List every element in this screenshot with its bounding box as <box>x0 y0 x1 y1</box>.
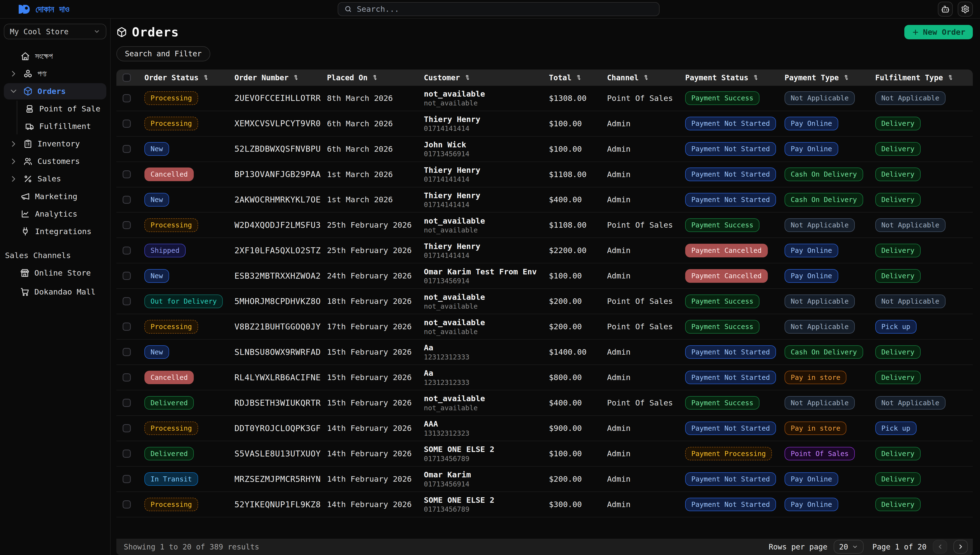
column-header-payment-status[interactable]: Payment Status <box>678 69 777 86</box>
customer-phone: not_available <box>424 404 478 411</box>
sidebar-item-সংক্ষেপ[interactable]: সংক্ষেপ <box>4 48 107 64</box>
global-search-input[interactable]: Search... <box>338 2 660 16</box>
sidebar-item-label: Sales <box>38 174 61 183</box>
placed-on-date: 14th February 2026 <box>320 492 416 517</box>
order-total: $300.00 <box>542 492 600 517</box>
payment-status-badge: Payment Not Started <box>685 498 776 511</box>
table-row[interactable]: Processing 52YIKEQNUP1FL9KZ8 14th Februa… <box>117 492 973 517</box>
table-row[interactable]: Shipped 2XF10LFA5QXLO2STZ 25th February … <box>117 238 973 263</box>
app-logo[interactable]: দোকান দাও <box>19 4 69 14</box>
assistant-button[interactable] <box>938 2 953 17</box>
row-checkbox[interactable] <box>123 373 131 382</box>
fulfilment-type-badge: Delivery <box>875 193 921 206</box>
order-channel: Point Of Sales <box>600 213 678 237</box>
sidebar-item-integrations[interactable]: Integrations <box>4 223 107 240</box>
robot-icon <box>941 5 950 14</box>
customer-name: not_available <box>424 293 485 302</box>
column-header-order-number[interactable]: Order Number <box>227 69 320 86</box>
row-checkbox[interactable] <box>123 247 131 255</box>
sidebar-item-পণ্য[interactable]: পণ্য <box>4 66 107 82</box>
column-header-customer[interactable]: Customer <box>416 69 542 86</box>
column-header-channel[interactable]: Channel <box>600 69 678 86</box>
row-checkbox[interactable] <box>123 475 131 483</box>
column-header-fulfilment-type[interactable]: Fulfilment Type <box>868 69 973 86</box>
row-checkbox[interactable] <box>123 196 131 204</box>
row-checkbox[interactable] <box>123 399 131 407</box>
sidebar-item-customers[interactable]: Customers <box>4 153 107 169</box>
sidebar-item-analytics[interactable]: Analytics <box>4 206 107 222</box>
pos-icon <box>25 104 34 114</box>
placed-on-date: 25th February 2026 <box>320 238 416 263</box>
order-total: $200.00 <box>542 467 600 491</box>
table-row[interactable]: Delivered S5VASLE8U13UTXUOY 14th Februar… <box>117 441 973 467</box>
sidebar-item-fulfillment[interactable]: Fulfillment <box>22 118 106 135</box>
settings-button[interactable] <box>958 2 973 17</box>
table-row[interactable]: New SLNBSU8OWX9RWRFAD 15th February 2026… <box>117 340 973 365</box>
placed-on-date: 1st March 2026 <box>320 162 416 187</box>
table-row[interactable]: Cancelled BP13OVANFJGB29PAA 1st March 20… <box>117 162 973 188</box>
customer-phone: 01714141414 <box>424 252 469 259</box>
row-checkbox[interactable] <box>123 170 131 178</box>
row-checkbox[interactable] <box>123 500 131 508</box>
row-checkbox[interactable] <box>123 145 131 153</box>
sort-icon <box>293 74 300 81</box>
table-row[interactable]: New 2AKWOCRHMRKYKL7OE 1st March 2026 Thi… <box>117 188 973 213</box>
row-checkbox[interactable] <box>123 297 131 305</box>
customer-phone: not_available <box>424 328 478 335</box>
row-checkbox[interactable] <box>123 221 131 229</box>
customer-name: Omar Karim Test From Env <box>424 268 537 276</box>
row-checkbox[interactable] <box>123 449 131 458</box>
next-page-button[interactable] <box>953 540 968 553</box>
column-header-payment-type[interactable]: Payment Type <box>777 69 868 86</box>
previous-page-button[interactable] <box>933 540 947 553</box>
sidebar-nav: সংক্ষেপপণ্যOrdersPoint of SaleFulfillmen… <box>4 48 107 240</box>
sidebar-item-point-of-sale[interactable]: Point of Sale <box>22 101 106 117</box>
column-header-placed-on[interactable]: Placed On <box>320 69 416 86</box>
table-row[interactable]: Processing W2D4XQODJF2LMSFU3 25th Februa… <box>117 213 973 238</box>
row-checkbox[interactable] <box>123 424 131 432</box>
order-number: S5VASLE8U13UTXUOY <box>227 441 320 466</box>
order-status-badge: New <box>144 269 169 282</box>
customer-name: Thiery Henry <box>424 166 480 175</box>
table-row[interactable]: Processing V8BZ21BUHTGGOQ0JY 17th Februa… <box>117 314 973 340</box>
column-header-order-status[interactable]: Order Status <box>137 69 227 86</box>
table-row[interactable]: New 52LZBDBWXQSFNVBPU 6th March 2026 Joh… <box>117 136 973 162</box>
search-and-filter-button[interactable]: Search and Filter <box>117 46 210 61</box>
table-row[interactable]: New ESB32MBTRXXHZWOA2 24th February 2026… <box>117 263 973 289</box>
row-checkbox[interactable] <box>123 94 131 102</box>
store-selector[interactable]: My Cool Store <box>4 24 107 39</box>
package-icon <box>117 27 127 37</box>
rows-per-page-label: Rows per page <box>769 542 827 551</box>
row-checkbox[interactable] <box>123 322 131 331</box>
table-row[interactable]: In Transit MRZSEZMJPMCR5RHYN 14th Februa… <box>117 467 973 492</box>
placed-on-date: 6th March 2026 <box>320 136 416 162</box>
row-checkbox[interactable] <box>123 272 131 280</box>
customer-name: Thiery Henry <box>424 115 480 124</box>
channel-item-dokandao-mall[interactable]: Dokandao Mall <box>4 284 107 300</box>
rows-per-page-select[interactable]: 20 <box>834 540 863 553</box>
sidebar-item-marketing[interactable]: Marketing <box>4 188 107 205</box>
column-header-total[interactable]: Total <box>542 69 600 86</box>
order-total: $400.00 <box>542 188 600 212</box>
sort-icon <box>843 74 850 81</box>
table-row[interactable]: Cancelled RL4LYWXLRB6ACIFNE 15th Februar… <box>117 365 973 390</box>
new-order-button[interactable]: New Order <box>904 25 973 39</box>
table-row[interactable]: Out for Delivery 5MHORJM8CPDHVKZ8O 18th … <box>117 289 973 314</box>
order-number: RL4LYWXLRB6ACIFNE <box>227 365 320 390</box>
table-row[interactable]: Processing XEMXCVSVLPCYT9VR0 6th March 2… <box>117 111 973 136</box>
row-checkbox[interactable] <box>123 120 131 128</box>
payment-status-badge: Payment Cancelled <box>685 244 768 257</box>
sidebar-item-inventory[interactable]: Inventory <box>4 136 107 152</box>
table-row[interactable]: Processing DDT0YROJCLOQPK3GF 14th Februa… <box>117 416 973 441</box>
row-checkbox[interactable] <box>123 348 131 356</box>
sidebar-item-sales[interactable]: Sales <box>4 171 107 187</box>
payment-status-badge: Payment Not Started <box>685 167 776 181</box>
select-all-checkbox[interactable] <box>123 74 131 82</box>
chevron-right-icon <box>9 139 18 149</box>
sidebar-item-orders[interactable]: Orders <box>4 83 107 99</box>
payment-status-badge: Payment Success <box>685 320 759 333</box>
table-row[interactable]: Processing 2UEVOFCCEIHLLOTRR 8th March 2… <box>117 86 973 111</box>
channel-item-online-store[interactable]: Online Store <box>4 265 107 281</box>
table-row[interactable]: Delivered RDJBSETH3WIUKQRTR 15th Februar… <box>117 390 973 416</box>
sort-icon <box>947 74 954 81</box>
